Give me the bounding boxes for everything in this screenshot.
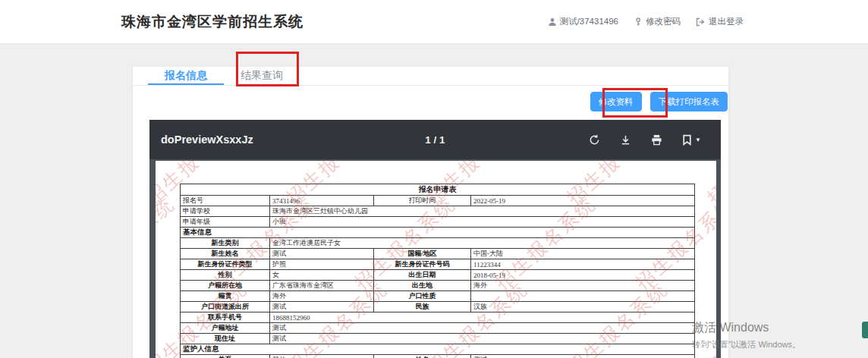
table-row: 新生类别金湾工作港澳居民子女 — [181, 238, 695, 249]
field-label-cell: 姓名 — [374, 355, 471, 358]
field-value-cell: 护照 — [270, 259, 374, 270]
annotation-box-edit-button — [602, 88, 668, 118]
field-label-cell: 申请年级 — [181, 217, 270, 228]
field-value-cell: 测试 — [270, 323, 695, 334]
table-row: 申请学校珠海市金湾区三灶镇中心幼儿园 — [181, 206, 695, 217]
logout-label: 退出登录 — [709, 16, 744, 27]
field-label-cell: 新生姓名 — [181, 249, 270, 259]
section-header-cell: 基本信息 — [181, 228, 695, 238]
field-label-cell: 联系手机号 — [181, 312, 270, 323]
change-password-link[interactable]: 修改密码 — [634, 16, 681, 27]
field-label-cell: 出生地 — [374, 281, 471, 291]
field-value-cell: 海外 — [270, 291, 374, 302]
field-value-cell: 11223344 — [471, 259, 695, 270]
rotate-icon[interactable] — [589, 134, 600, 146]
field-label-cell: 国籍/地区 — [374, 249, 471, 259]
field-label-cell: 申请学校 — [181, 206, 270, 217]
table-row: 基本信息 — [181, 228, 695, 238]
field-label-cell: 户口性质 — [374, 291, 471, 302]
field-value-cell: 其他 — [270, 355, 374, 358]
watermark-text: 招生报名系统 — [156, 191, 180, 295]
field-label-cell: 新生身份证件类型 — [181, 259, 270, 270]
table-row: 现住址测试 — [181, 334, 695, 344]
field-value-cell: 2018-05-19 — [471, 270, 695, 281]
watermark-text: 招生报名系统 — [703, 161, 716, 210]
table-row: 报名申请表 — [181, 184, 695, 196]
field-value-cell: 测试 — [270, 302, 374, 312]
field-value-cell: 珠海市金湾区三灶镇中心幼儿园 — [270, 206, 695, 217]
field-value-cell: 37431496 — [270, 196, 374, 206]
field-value-cell: 测试 — [270, 334, 695, 344]
field-value-cell: 测试 — [471, 355, 695, 358]
field-value-cell: 测试 — [270, 249, 374, 259]
field-value-cell: 广东省珠海市金湾区 — [270, 281, 374, 291]
field-label-cell: 报名号 — [181, 196, 270, 206]
field-value-cell: 18688152960 — [270, 312, 695, 323]
application-form-table: 报名申请表报名号37431496打印时间2022-05-19申请学校珠海市金湾区… — [180, 184, 695, 358]
table-row: 性别女出生日期2018-05-19 — [181, 270, 695, 281]
table-row: 联系手机号18688152960 — [181, 312, 695, 323]
field-value-cell: 中国-大陆 — [471, 249, 695, 259]
table-row: 户籍所在地广东省珠海市金湾区出生地海外 — [181, 281, 695, 291]
table-row: 关系其他姓名测试 — [181, 355, 695, 358]
page-title: 珠海市金湾区学前招生系统 — [121, 0, 303, 43]
print-icon[interactable] — [651, 134, 662, 146]
table-row: 报名号37431496打印时间2022-05-19 — [181, 196, 695, 206]
table-row: 监护人信息 — [181, 344, 695, 355]
change-password-label: 修改密码 — [646, 16, 681, 27]
pdf-document-title: doPreviewXsxxJz — [161, 133, 253, 146]
watermark-text: 招生报名系统 — [703, 276, 716, 358]
field-value-cell — [471, 291, 695, 302]
header-links: 测试/37431496 修改密码 退出登录 — [548, 0, 744, 43]
chevron-down-icon: ▼ — [695, 137, 701, 143]
table-row: 籍贯海外户口性质 — [181, 291, 695, 302]
field-label-cell: 出生日期 — [374, 270, 471, 281]
pdf-toolbar: doPreviewXsxxJz 1 / 1 ▼ — [149, 120, 721, 159]
field-label-cell: 籍贯 — [181, 291, 270, 302]
field-label-cell: 户口街道派出所 — [181, 302, 270, 312]
field-value-cell: 汉族 — [471, 302, 695, 312]
logout-link[interactable]: 退出登录 — [696, 16, 744, 27]
app-header: 珠海市金湾区学前招生系统 测试/37431496 修改密码 退出登录 — [0, 0, 868, 44]
field-label-cell: 性别 — [181, 270, 270, 281]
tab-divider — [133, 85, 728, 86]
key-icon — [634, 17, 643, 27]
field-label-cell: 户籍所在地 — [181, 281, 270, 291]
field-label-cell: 现住址 — [181, 334, 270, 344]
field-value-cell: 2022-05-19 — [471, 196, 695, 206]
side-widget[interactable] — [862, 322, 868, 338]
annotation-box-result-tab — [236, 52, 299, 86]
field-label-cell: 新生身份证件号码 — [374, 259, 471, 270]
table-row: 新生身份证件类型护照新生身份证件号码11223344 — [181, 259, 695, 270]
field-value-cell: 海外 — [471, 281, 695, 291]
form-title-cell: 报名申请表 — [181, 184, 695, 196]
tab-enrollment-info[interactable]: 报名信息 — [148, 67, 224, 86]
field-label-cell: 民族 — [374, 302, 471, 312]
section-header-cell: 监护人信息 — [181, 344, 695, 355]
bookmark-icon[interactable]: ▼ — [682, 134, 701, 146]
download-icon[interactable] — [620, 134, 631, 146]
app-root: 珠海市金湾区学前招生系统 测试/37431496 修改密码 退出登录 — [0, 0, 868, 358]
user-account-label: 测试/37431496 — [560, 16, 618, 27]
table-row: 申请年级小班 — [181, 217, 695, 228]
field-value-cell: 金湾工作港澳居民子女 — [270, 238, 695, 249]
field-value-cell: 女 — [270, 270, 374, 281]
logout-icon — [696, 17, 706, 27]
field-value-cell: 小班 — [270, 217, 695, 228]
pdf-toolbar-icons: ▼ — [589, 120, 701, 159]
field-label-cell: 打印时间 — [374, 196, 471, 206]
table-row: 户籍地址测试 — [181, 323, 695, 334]
field-label-cell: 关系 — [181, 355, 270, 358]
table-row: 新生姓名测试国籍/地区中国-大陆 — [181, 249, 695, 259]
user-account[interactable]: 测试/37431496 — [548, 16, 618, 27]
pdf-viewer: doPreviewXsxxJz 1 / 1 ▼ — [149, 120, 721, 358]
pdf-page-indicator: 1 / 1 — [425, 134, 445, 146]
table-row: 户口街道派出所测试民族汉族 — [181, 302, 695, 312]
field-label-cell: 户籍地址 — [181, 323, 270, 334]
field-label-cell: 新生类别 — [181, 238, 270, 249]
user-icon — [548, 17, 557, 27]
pdf-page: 报名申请表报名号37431496打印时间2022-05-19申请学校珠海市金湾区… — [156, 161, 716, 358]
